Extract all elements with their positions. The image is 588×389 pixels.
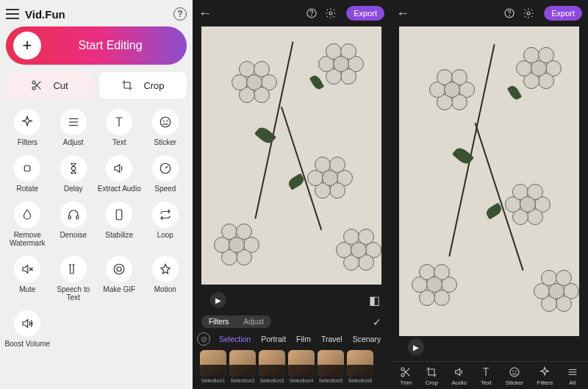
filter-thumb[interactable]: Selection6 — [347, 350, 373, 383]
tool-label: Make GIF — [103, 285, 135, 293]
speed-icon — [159, 162, 172, 175]
tool-label: Adjust — [63, 138, 84, 146]
toolbar-crop[interactable]: Crop — [426, 366, 438, 386]
stt-icon — [67, 263, 80, 276]
export-button[interactable]: Export — [544, 6, 582, 21]
tool-label: Mute — [19, 285, 35, 293]
speaker-icon — [112, 162, 126, 175]
tool-motion[interactable]: Motion — [143, 253, 189, 304]
tool-delay[interactable]: Delay — [51, 152, 97, 196]
help-icon[interactable] — [503, 7, 516, 20]
filter-thumb[interactable]: Selection2 — [229, 350, 256, 383]
headphones-icon — [67, 208, 80, 221]
cat-scenary[interactable]: Scenary — [348, 333, 386, 345]
cat-film[interactable]: Film — [292, 333, 315, 345]
crop-icon — [121, 79, 133, 91]
toolbar-text[interactable]: Text — [480, 366, 492, 386]
gear-icon[interactable] — [522, 7, 535, 20]
plus-icon: + — [13, 32, 41, 60]
tool-label: Text — [112, 138, 126, 146]
sparkle-icon — [21, 115, 34, 129]
filter-thumb[interactable]: Selection3 — [259, 350, 285, 383]
tool-label: Boost Volume — [4, 340, 50, 348]
tool-extract-audio[interactable]: Extract Audio — [96, 152, 143, 196]
tool-label: Filters — [18, 138, 37, 146]
video-preview[interactable] — [201, 26, 381, 285]
menu-icon[interactable] — [6, 9, 19, 19]
text-icon — [112, 115, 126, 129]
tool-label: Speed — [154, 185, 176, 193]
filter-thumb[interactable]: Selection4 — [288, 350, 315, 383]
smiley-icon — [509, 366, 520, 378]
tool-rotate[interactable]: Rotate — [4, 152, 51, 196]
boost-icon — [21, 317, 34, 330]
scissors-icon — [400, 366, 412, 378]
tab-filters[interactable]: Filters — [201, 315, 236, 328]
export-button[interactable]: Export — [346, 6, 384, 21]
tool-label: Sticker — [154, 138, 176, 146]
filter-adjust-tabs[interactable]: Filters Adjust — [201, 315, 271, 328]
confirm-icon[interactable]: ✓ — [373, 316, 381, 328]
hourglass-icon — [67, 162, 80, 175]
filters-editor: ← Export ▶ ◧ Filters Adjust ✓ ⊘ Selectio… — [193, 0, 390, 389]
cat-portrait[interactable]: Portrait — [257, 333, 290, 345]
help-icon[interactable]: ? — [173, 7, 187, 21]
tool-boost-volume[interactable]: Boost Volume — [4, 307, 51, 351]
drop-icon — [21, 208, 34, 221]
crop-button[interactable]: Crop — [99, 72, 187, 99]
tool-text[interactable]: Text — [96, 106, 143, 149]
tool-adjust[interactable]: Adjust — [51, 106, 97, 149]
tool-remove-watermark[interactable]: RemoveWatermark — [4, 199, 51, 250]
tool-label: Speech toText — [57, 285, 90, 301]
filter-thumb[interactable]: Selection1 — [200, 350, 226, 383]
back-icon[interactable]: ← — [396, 6, 409, 21]
help-icon[interactable] — [305, 7, 318, 20]
tool-mute[interactable]: Mute — [4, 253, 51, 304]
toolbar-audio[interactable]: Audio — [451, 366, 466, 386]
rotate-icon — [21, 162, 34, 175]
video-preview[interactable] — [399, 26, 579, 336]
tool-loop[interactable]: Loop — [143, 199, 189, 250]
tool-label: Delay — [64, 185, 83, 193]
tool-speed[interactable]: Speed — [143, 152, 189, 196]
tab-adjust[interactable]: Adjust — [236, 315, 271, 328]
filter-thumb[interactable]: Selection5 — [318, 350, 344, 383]
toolbar-sticker[interactable]: Sticker — [506, 366, 523, 386]
gear-icon[interactable] — [324, 7, 337, 20]
smiley-icon — [159, 115, 172, 129]
phone-icon — [112, 208, 126, 221]
cat-selection[interactable]: Selection — [215, 333, 255, 345]
back-icon[interactable]: ← — [198, 6, 212, 21]
mute-icon — [21, 263, 34, 276]
tool-sticker[interactable]: Sticker — [143, 106, 189, 149]
play-button[interactable]: ▶ — [210, 292, 226, 308]
app-title: Vid.Fun — [25, 8, 173, 21]
tool-denoise[interactable]: Denoise — [51, 199, 97, 250]
filter-thumbnails: Selection1Selection2Selection3Selection4… — [193, 347, 390, 389]
start-label: Start Editing — [49, 39, 172, 52]
tool-filters[interactable]: Filters — [4, 106, 51, 149]
start-editing-button[interactable]: + Start Editing — [6, 26, 187, 65]
cut-button[interactable]: Cut — [6, 72, 93, 99]
sparkle-icon — [539, 366, 551, 378]
toolbar-trim[interactable]: Trim — [400, 366, 412, 386]
toolbar-filters[interactable]: Filters — [537, 366, 553, 386]
crop-icon — [426, 366, 437, 378]
play-button[interactable]: ▶ — [408, 339, 424, 355]
editor-toolbar: TrimCropAudioTextStickerFiltersAll — [390, 361, 588, 389]
speaker-icon — [453, 366, 465, 378]
no-filter-icon[interactable]: ⊘ — [197, 332, 210, 346]
tool-stabilize[interactable]: Stabilize — [96, 199, 143, 250]
compare-icon[interactable]: ◧ — [367, 293, 381, 307]
tool-label: Extract Audio — [98, 185, 141, 193]
tool-make-gif[interactable]: Make GIF — [96, 253, 143, 304]
gif-icon — [112, 263, 126, 276]
text-icon — [480, 366, 492, 378]
filter-categories[interactable]: ⊘ SelectionPortraitFilmTravelScenary — [193, 331, 390, 347]
tool-label: RemoveWatermark — [10, 231, 46, 247]
toolbar-all[interactable]: All — [567, 366, 578, 386]
tool-speech-text[interactable]: Speech toText — [51, 253, 97, 304]
star-icon — [159, 263, 172, 276]
cat-travel[interactable]: Travel — [317, 333, 347, 345]
main-editor: ← Export ▶ TrimCropAudioTextStickerFilte… — [390, 0, 588, 389]
